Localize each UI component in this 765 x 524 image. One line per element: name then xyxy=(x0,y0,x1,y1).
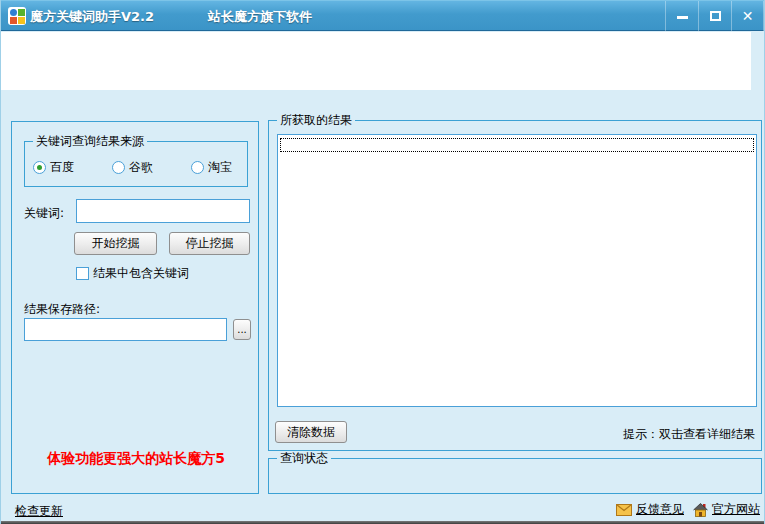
keyword-label: 关键词: xyxy=(24,205,64,222)
clear-data-button[interactable]: 清除数据 xyxy=(275,421,347,443)
browse-button[interactable]: ... xyxy=(233,319,251,340)
maximize-icon xyxy=(710,11,721,21)
official-site-link-label: 官方网站 xyxy=(712,501,760,518)
save-path-label: 结果保存路径: xyxy=(24,301,100,318)
app-logo-icon xyxy=(8,7,26,25)
official-site-link[interactable]: 官方网站 xyxy=(693,501,760,518)
status-groupbox-title: 查询状态 xyxy=(277,451,331,465)
status-groupbox: 查询状态 xyxy=(268,458,762,494)
radio-taobao[interactable]: 淘宝 xyxy=(191,159,232,176)
close-button[interactable]: ✕ xyxy=(731,1,764,31)
radio-taobao-label: 淘宝 xyxy=(208,159,232,176)
keyword-input[interactable] xyxy=(76,199,250,223)
stop-mining-button[interactable]: 停止挖掘 xyxy=(169,232,250,255)
titlebar-subtitle: 站长魔方旗下软件 xyxy=(208,8,312,26)
home-icon xyxy=(693,503,708,517)
start-mining-button[interactable]: 开始挖掘 xyxy=(74,232,157,255)
maximize-button[interactable] xyxy=(698,1,731,31)
source-groupbox: 关键词查询结果来源 百度 谷歌 淘宝 xyxy=(24,141,248,187)
envelope-icon xyxy=(616,504,632,516)
radio-baidu[interactable]: 百度 xyxy=(33,159,74,176)
radio-google-label: 谷歌 xyxy=(129,159,153,176)
check-update-link[interactable]: 检查更新 xyxy=(15,503,63,520)
radio-google[interactable]: 谷歌 xyxy=(112,159,153,176)
window-title: 魔方关键词助手V2.2 xyxy=(30,8,154,26)
left-panel: 关键词查询结果来源 百度 谷歌 淘宝 关键词: 开始挖掘 停止挖掘 结果中包含关… xyxy=(11,121,259,494)
listbox-focus-item[interactable] xyxy=(280,138,754,152)
radio-baidu-label: 百度 xyxy=(50,159,74,176)
minimize-button[interactable] xyxy=(665,1,698,31)
titlebar: 魔方关键词助手V2.2 站长魔方旗下软件 ✕ xyxy=(1,0,765,31)
feedback-link[interactable]: 反馈意见 xyxy=(616,501,684,518)
banner-area xyxy=(1,32,751,90)
include-keyword-label: 结果中包含关键词 xyxy=(93,265,189,282)
results-listbox[interactable] xyxy=(277,134,757,407)
radio-taobao-circle[interactable] xyxy=(191,161,204,174)
close-icon: ✕ xyxy=(742,9,754,23)
results-groupbox: 所获取的结果 清除数据 提示：双击查看详细结果 xyxy=(268,120,762,451)
source-groupbox-title: 关键词查询结果来源 xyxy=(33,134,147,148)
app-window: 魔方关键词助手V2.2 站长魔方旗下软件 ✕ 关键词查询结果来源 百度 谷歌 淘… xyxy=(0,0,765,524)
include-keyword-checkbox-row[interactable]: 结果中包含关键词 xyxy=(76,265,189,282)
minimize-icon xyxy=(677,16,688,19)
save-path-input[interactable] xyxy=(24,318,227,341)
results-groupbox-title: 所获取的结果 xyxy=(277,113,355,127)
feedback-link-label: 反馈意见 xyxy=(636,501,684,518)
radio-google-circle[interactable] xyxy=(112,161,125,174)
include-keyword-checkbox[interactable] xyxy=(76,267,89,280)
radio-baidu-circle[interactable] xyxy=(33,161,46,174)
results-hint: 提示：双击查看详细结果 xyxy=(623,426,755,443)
window-controls: ✕ xyxy=(665,1,764,31)
promo-text: 体验功能更强大的站长魔方5 xyxy=(12,450,260,468)
